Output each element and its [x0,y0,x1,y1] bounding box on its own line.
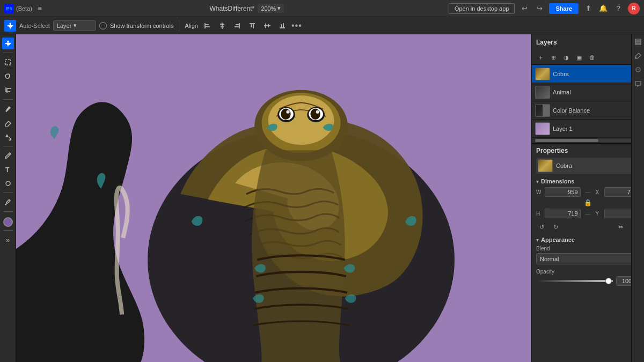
layer-dropdown-value: Layer [57,23,72,29]
share-button[interactable]: Share [549,3,579,14]
svg-rect-8 [235,26,239,27]
upload-icon[interactable]: ⬆ [583,3,594,14]
dimensions-toggle[interactable]: ▾ [536,179,539,184]
layers-list: Cobra Animal [532,65,644,138]
width-input[interactable] [545,187,581,197]
undo-icon[interactable]: ↩ [519,3,530,14]
tool-separator-6 [3,230,13,231]
tool-separator-4 [3,193,13,193]
appearance-section-title: Appearance [541,237,575,243]
align-right-icon[interactable] [231,20,243,32]
menu-icon[interactable]: ≡ [34,3,45,14]
svg-rect-45 [635,43,641,45]
layer-animal-name: Animal [553,89,630,95]
layer-dropdown[interactable]: Layer ▾ [53,20,96,31]
right-edge-rail [631,34,644,362]
shape-tool[interactable] [2,178,14,189]
svg-rect-1 [206,24,209,25]
align-left-icon[interactable] [201,20,213,32]
canvas-content [16,34,531,362]
lock-icon[interactable]: 🔒 [584,199,592,206]
crop-tool[interactable] [2,84,14,96]
h-label: H [536,211,543,217]
bell-icon[interactable]: 🔔 [598,3,609,14]
brush-tool[interactable] [2,103,14,115]
add-layer-icon[interactable]: ＋ [535,52,546,63]
layer-item[interactable]: Color Balance [532,101,644,120]
layers-scrollbar[interactable] [535,139,641,142]
zoom-chevron-icon: ▾ [277,5,281,12]
move-tool[interactable] [2,38,14,49]
open-desktop-button[interactable]: Open in desktop app [449,3,515,14]
opacity-slider[interactable] [536,280,613,282]
height-input[interactable] [545,209,581,218]
blend-select[interactable]: Normal ▾ [536,253,640,264]
layers-title: Layers [536,39,557,46]
type-tool[interactable]: T [2,164,14,175]
redo-icon[interactable]: ↪ [534,3,545,14]
flip-h-icon[interactable]: ⇔ [615,221,626,232]
svg-rect-0 [204,23,206,28]
align-center-v-icon[interactable] [261,20,273,32]
properties-layer-name: Cobra [556,162,572,169]
svg-rect-4 [220,24,224,25]
opacity-thumb[interactable] [605,278,612,284]
brush-panel-icon[interactable] [633,50,643,61]
layer-colorbalance-thumb [535,104,550,117]
topbar-right: Open in desktop app ↩ ↪ Share ⬆ 🔔 ? R [449,3,640,14]
layers-panel-icon[interactable] [633,36,643,47]
svg-point-34 [316,110,319,114]
svg-point-32 [310,109,320,120]
svg-rect-7 [236,24,239,25]
zoom-control[interactable]: 200% ▾ [258,4,284,13]
layer-item[interactable]: Layer 1 [532,120,644,138]
mask-icon[interactable]: ▣ [574,52,584,63]
app-beta-label: (Beta) [16,5,32,12]
adjustment-icon[interactable]: ◑ [561,52,572,63]
delete-layer-icon[interactable]: 🗑 [587,52,597,63]
apply-dimensions-icon[interactable]: ↻ [550,221,561,232]
lasso-tool[interactable] [2,70,14,82]
align-bottom-icon[interactable] [276,20,288,32]
select-tool[interactable] [2,56,14,68]
chat-panel-icon[interactable] [633,78,643,89]
help-icon[interactable]: ? [613,3,624,14]
reset-dimensions-icon[interactable]: ↺ [536,221,547,232]
layer-item[interactable]: Cobra [532,65,644,83]
svg-point-19 [5,110,7,112]
pen-tool[interactable] [2,150,14,161]
properties-thumb [538,159,553,172]
toolbar-separator-1 [179,21,179,31]
layer-cobra-thumb [535,68,550,80]
checkbox-transform[interactable] [99,22,107,29]
properties-panel-icon[interactable] [633,64,643,75]
more-tools-icon[interactable]: » [2,234,14,246]
appearance-toggle[interactable]: ▾ [536,237,539,243]
canvas-area[interactable] [16,34,531,362]
svg-point-31 [281,109,290,120]
layer-item[interactable]: Animal [532,83,644,101]
effects-icon[interactable]: ⊕ [548,52,559,63]
align-top-icon[interactable] [246,20,258,32]
tool-separator-1 [3,53,13,53]
svg-rect-15 [280,27,285,28]
toolbar: Auto-Select Layer ▾ Show transform contr… [0,17,644,34]
dimensions-section-title: Dimensions [541,178,574,184]
svg-rect-16 [281,24,282,27]
tool-separator-3 [3,146,13,146]
eraser-tool[interactable] [2,117,14,129]
svg-rect-18 [5,60,11,65]
svg-point-46 [635,57,636,59]
fill-tool[interactable] [2,131,14,143]
svg-rect-6 [239,23,240,28]
align-center-h-icon[interactable] [216,20,228,32]
eyedropper-tool[interactable] [2,196,14,208]
svg-text:T: T [5,166,10,173]
foreground-color[interactable] [3,217,13,227]
toolbar-more-icon[interactable]: ••• [291,21,302,31]
avatar[interactable]: R [628,3,640,14]
svg-rect-9 [250,23,255,24]
layers-header: Layers ••• [532,34,644,50]
move-tool-icon[interactable] [4,20,16,32]
opacity-label: Opacity [536,269,640,275]
